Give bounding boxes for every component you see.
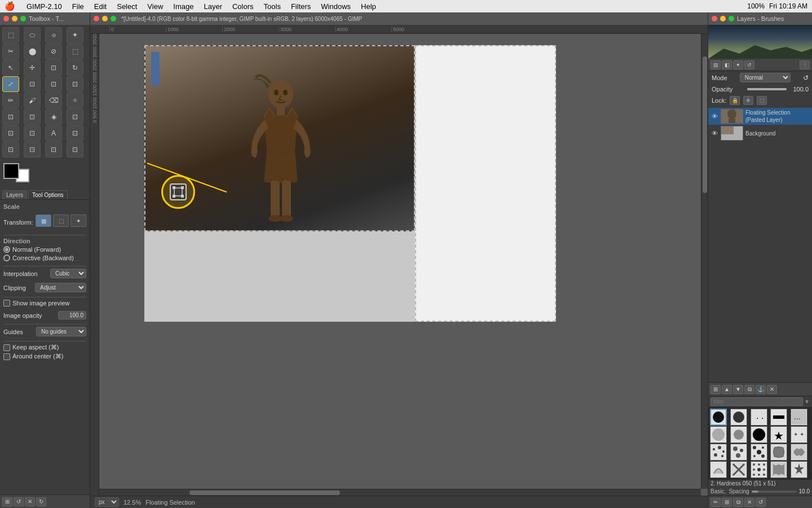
menu-layer[interactable]: Layer (199, 1, 227, 11)
anchor-layer-btn[interactable]: ⚓ (756, 385, 766, 394)
scrollbar-vertical[interactable] (701, 34, 708, 489)
undo-btn[interactable]: ↺ (14, 497, 24, 506)
tool-scale[interactable]: ⤢ (2, 76, 19, 92)
tool-magic-wand[interactable]: ✦ (67, 27, 83, 43)
brush-cell-4[interactable] (770, 409, 787, 426)
tool-shear[interactable]: ⊡ (24, 76, 41, 92)
tool-measure[interactable]: ⊡ (45, 142, 62, 157)
clipping-select[interactable]: Adjust Clip Crop to result (35, 283, 86, 292)
show-preview-item[interactable]: Show image preview (3, 300, 86, 306)
tool-fg-select[interactable]: ⬤ (24, 43, 41, 59)
raise-layer-btn[interactable]: ▲ (722, 385, 732, 394)
layer-item-background[interactable]: 👁 Background (708, 125, 812, 142)
redo-cancel-btn[interactable]: ✕ (25, 497, 35, 506)
maximize-button[interactable] (20, 16, 26, 21)
new-brush-btn[interactable]: ⊞ (722, 498, 732, 507)
interpolation-select[interactable]: Cubic None Linear NoHalo (50, 269, 86, 278)
undo-history-btn[interactable]: ↺ (744, 60, 754, 69)
unit-select[interactable]: px mm in (95, 497, 119, 507)
radio-corrective[interactable]: Corrective (Backward) (3, 255, 86, 261)
tool-align[interactable]: ↖ (2, 60, 19, 76)
canvas-viewport[interactable] (99, 34, 708, 496)
lock-position-btn[interactable]: ✛ (743, 96, 753, 105)
around-center-checkbox[interactable] (3, 353, 10, 360)
tool-dodge[interactable]: ◈ (45, 109, 62, 125)
brush-cell-7[interactable] (730, 426, 747, 443)
delete-brush-btn[interactable]: ✕ (744, 498, 754, 507)
tool-smudge[interactable]: ⊡ (24, 109, 41, 125)
scrollbar-h-thumb[interactable] (189, 491, 340, 495)
menu-filters[interactable]: Filters (286, 1, 315, 11)
brush-cell-19[interactable] (770, 461, 787, 478)
brush-cell-5[interactable]: ··· (791, 409, 807, 426)
menu-image[interactable]: Image (169, 1, 198, 11)
guides-select[interactable]: No guides Center lines Rule of thirds (36, 327, 86, 336)
lower-layer-btn[interactable]: ▼ (733, 385, 743, 394)
brush-cell-13[interactable] (751, 444, 767, 461)
brush-cell-17[interactable] (730, 461, 747, 478)
tool-ink[interactable]: ⊡ (2, 109, 19, 125)
lock-pixels-btn[interactable]: 🔒 (730, 96, 740, 105)
brush-cell-2[interactable] (730, 409, 747, 426)
image-opacity-input[interactable] (58, 311, 86, 319)
transform-selection-btn[interactable]: ⬚ (53, 214, 69, 227)
canvas-maximize[interactable] (111, 16, 116, 21)
layer-visibility-floating[interactable]: 👁 (710, 112, 718, 120)
menu-select[interactable]: Select (112, 1, 142, 11)
brush-cell-8[interactable] (751, 426, 767, 443)
foreground-color[interactable] (3, 163, 19, 179)
brush-cell-12[interactable] (730, 444, 747, 461)
tool-transform[interactable]: ⊡ (67, 76, 83, 92)
duplicate-brush-btn[interactable]: ⧉ (733, 498, 743, 507)
keep-aspect-item[interactable]: Keep aspect (⌘) (3, 344, 86, 351)
tool-move[interactable]: ✛ (24, 60, 41, 76)
scrollbar-horizontal[interactable] (99, 489, 701, 496)
tool-paths[interactable]: ⊡ (24, 142, 41, 157)
tool-color-picker[interactable]: ⊡ (67, 142, 83, 157)
delete-layer-btn[interactable]: ✕ (767, 385, 777, 394)
menu-gimp[interactable]: GIMP-2.10 (22, 1, 67, 11)
tool-text[interactable]: A (45, 125, 62, 141)
tool-heal[interactable]: ⊡ (24, 125, 41, 141)
menu-edit[interactable]: Edit (90, 1, 111, 11)
tab-tool-options[interactable]: Tool Options (28, 190, 68, 199)
new-layer-btn[interactable]: ⊞ (710, 385, 721, 394)
brush-cell-15[interactable] (791, 444, 807, 461)
paths-btn[interactable]: ✦ (733, 60, 743, 69)
tool-lasso[interactable]: ⌾ (45, 27, 62, 43)
brush-cell-6[interactable] (710, 426, 727, 443)
brush-cell-11[interactable] (710, 444, 727, 461)
right-close[interactable] (712, 16, 717, 21)
tool-eraser2[interactable]: ⬚ (67, 43, 83, 59)
brush-cell-14[interactable] (770, 444, 787, 461)
tool-rotate[interactable]: ↻ (67, 60, 83, 76)
canvas-minimize[interactable] (102, 16, 108, 21)
around-center-item[interactable]: Around center (⌘) (3, 353, 86, 360)
show-preview-checkbox[interactable] (3, 300, 10, 306)
tool-color-select[interactable]: ⊘ (45, 43, 62, 59)
tool-blend[interactable]: ⊡ (67, 125, 83, 141)
tab-layers[interactable]: Layers (2, 190, 27, 199)
menu-file[interactable]: File (68, 1, 89, 11)
new-image-btn[interactable]: ⊞ (2, 497, 12, 506)
menu-windows[interactable]: Windows (316, 1, 355, 11)
tool-eraser[interactable]: ⌫ (45, 93, 62, 108)
menu-help[interactable]: Help (356, 1, 381, 11)
tool-clone[interactable]: ⊡ (2, 125, 19, 141)
tool-crop[interactable]: ⊡ (45, 60, 62, 76)
menu-tools[interactable]: Tools (259, 1, 285, 11)
right-minimize[interactable] (720, 16, 726, 21)
radio-normal[interactable]: Normal (Forward) (3, 246, 86, 253)
brush-cell-1[interactable] (710, 409, 727, 426)
tool-perspective[interactable]: ⊡ (45, 76, 62, 92)
menu-view[interactable]: View (143, 1, 167, 11)
edit-brush-btn[interactable]: ✏ (710, 498, 721, 507)
scrollbar-v-thumb[interactable] (703, 56, 707, 193)
opacity-track[interactable] (747, 88, 787, 90)
tool-paintbrush[interactable]: 🖌 (24, 93, 41, 108)
transform-layer-btn[interactable]: ▦ (36, 214, 51, 227)
layer-visibility-bg[interactable]: 👁 (710, 129, 718, 137)
menu-colors[interactable]: Colors (228, 1, 258, 11)
spacing-slider[interactable] (752, 491, 797, 493)
brush-cell-20[interactable] (791, 461, 807, 478)
